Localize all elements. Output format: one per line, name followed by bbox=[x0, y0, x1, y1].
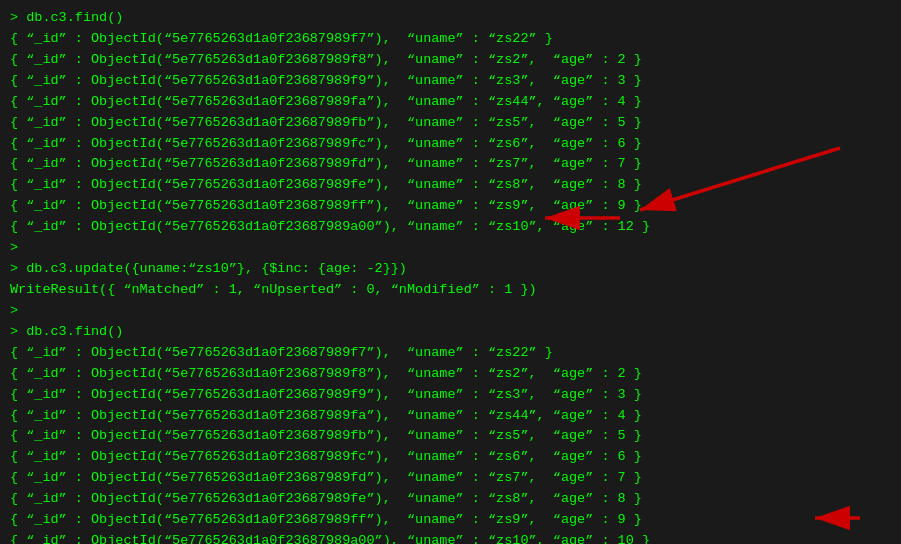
result-1-10: { “_id” : ObjectId(“5e7765263d1a0f236879… bbox=[10, 217, 891, 238]
result-1-2: { “_id” : ObjectId(“5e7765263d1a0f236879… bbox=[10, 50, 891, 71]
write-result: WriteResult({ “nMatched” : 1, “nUpserted… bbox=[10, 280, 891, 301]
result-2-5: { “_id” : ObjectId(“5e7765263d1a0f236879… bbox=[10, 426, 891, 447]
result-2-4: { “_id” : ObjectId(“5e7765263d1a0f236879… bbox=[10, 406, 891, 427]
result-1-9: { “_id” : ObjectId(“5e7765263d1a0f236879… bbox=[10, 196, 891, 217]
blank-prompt-2: > bbox=[10, 301, 891, 322]
result-1-8: { “_id” : ObjectId(“5e7765263d1a0f236879… bbox=[10, 175, 891, 196]
blank-prompt-1: > bbox=[10, 238, 891, 259]
result-1-6: { “_id” : ObjectId(“5e7765263d1a0f236879… bbox=[10, 134, 891, 155]
result-2-10: { “_id” : ObjectId(“5e7765263d1a0f236879… bbox=[10, 531, 891, 544]
result-1-4: { “_id” : ObjectId(“5e7765263d1a0f236879… bbox=[10, 92, 891, 113]
result-2-6: { “_id” : ObjectId(“5e7765263d1a0f236879… bbox=[10, 447, 891, 468]
result-1-1: { “_id” : ObjectId(“5e7765263d1a0f236879… bbox=[10, 29, 891, 50]
find-cmd-1: > db.c3.find() bbox=[10, 8, 891, 29]
result-1-3: { “_id” : ObjectId(“5e7765263d1a0f236879… bbox=[10, 71, 891, 92]
update-cmd: > db.c3.update({uname:“zs10”}, {$inc: {a… bbox=[10, 259, 891, 280]
result-2-7: { “_id” : ObjectId(“5e7765263d1a0f236879… bbox=[10, 468, 891, 489]
result-2-2: { “_id” : ObjectId(“5e7765263d1a0f236879… bbox=[10, 364, 891, 385]
result-2-9: { “_id” : ObjectId(“5e7765263d1a0f236879… bbox=[10, 510, 891, 531]
find-cmd-2: > db.c3.find() bbox=[10, 322, 891, 343]
result-2-3: { “_id” : ObjectId(“5e7765263d1a0f236879… bbox=[10, 385, 891, 406]
terminal: > db.c3.find() { “_id” : ObjectId(“5e776… bbox=[0, 0, 901, 544]
result-1-7: { “_id” : ObjectId(“5e7765263d1a0f236879… bbox=[10, 154, 891, 175]
result-1-5: { “_id” : ObjectId(“5e7765263d1a0f236879… bbox=[10, 113, 891, 134]
result-2-1: { “_id” : ObjectId(“5e7765263d1a0f236879… bbox=[10, 343, 891, 364]
result-2-8: { “_id” : ObjectId(“5e7765263d1a0f236879… bbox=[10, 489, 891, 510]
